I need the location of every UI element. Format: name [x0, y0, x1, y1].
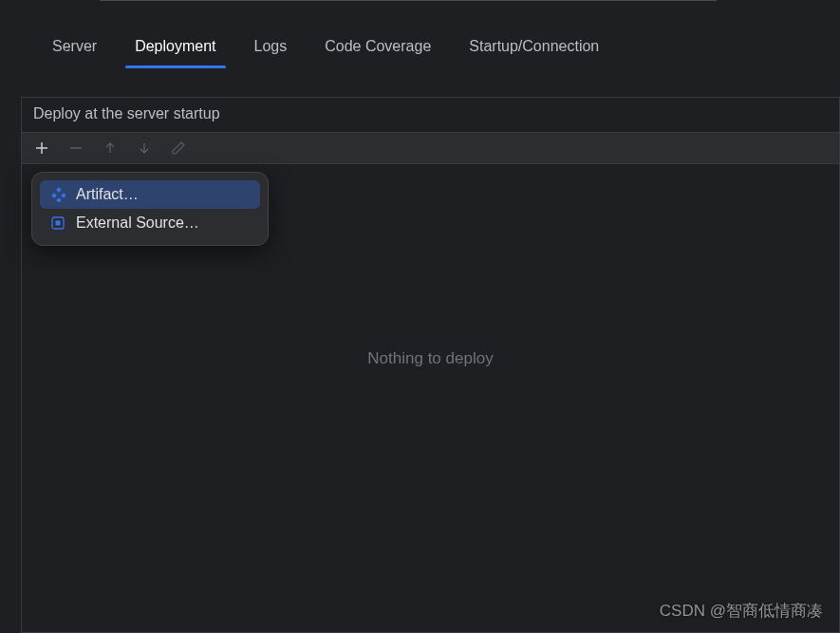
- deploy-panel: Deploy at the server startup Nothing to …: [21, 97, 840, 633]
- tab-deployment[interactable]: Deployment: [116, 28, 234, 68]
- svg-rect-2: [61, 193, 65, 198]
- menu-item-artifact[interactable]: Artifact…: [40, 180, 260, 209]
- edit-button: [168, 138, 189, 158]
- minus-icon: [68, 140, 84, 156]
- svg-rect-1: [51, 193, 57, 198]
- toolbar: [22, 132, 839, 164]
- deploy-list-empty: Nothing to deploy: [22, 183, 839, 632]
- tab-startup-connection[interactable]: Startup/Connection: [450, 28, 618, 68]
- artifact-icon: [49, 186, 66, 203]
- plus-icon: [34, 140, 49, 156]
- tab-code-coverage[interactable]: Code Coverage: [306, 28, 450, 68]
- menu-item-external-source[interactable]: External Source…: [40, 209, 260, 237]
- empty-message: Nothing to deploy: [367, 349, 493, 368]
- top-divider: [100, 0, 717, 1]
- add-button[interactable]: [31, 138, 52, 158]
- external-source-icon: [49, 214, 66, 232]
- tab-bar: Server Deployment Logs Code Coverage Sta…: [0, 0, 840, 68]
- arrow-up-icon: [103, 140, 118, 156]
- menu-item-label: External Source…: [76, 214, 199, 232]
- pencil-icon: [171, 140, 186, 156]
- svg-rect-3: [56, 197, 62, 202]
- svg-rect-5: [56, 221, 61, 226]
- arrow-down-icon: [137, 140, 152, 156]
- menu-item-label: Artifact…: [76, 186, 139, 203]
- tab-logs[interactable]: Logs: [235, 28, 307, 68]
- move-down-button: [134, 138, 155, 158]
- tab-server[interactable]: Server: [33, 28, 116, 68]
- panel-title: Deploy at the server startup: [22, 98, 839, 132]
- svg-rect-0: [56, 187, 62, 193]
- move-up-button: [100, 138, 121, 158]
- remove-button: [65, 138, 86, 158]
- watermark: CSDN @智商低情商凑: [660, 600, 823, 622]
- add-menu-popup: Artifact… External Source…: [31, 172, 269, 246]
